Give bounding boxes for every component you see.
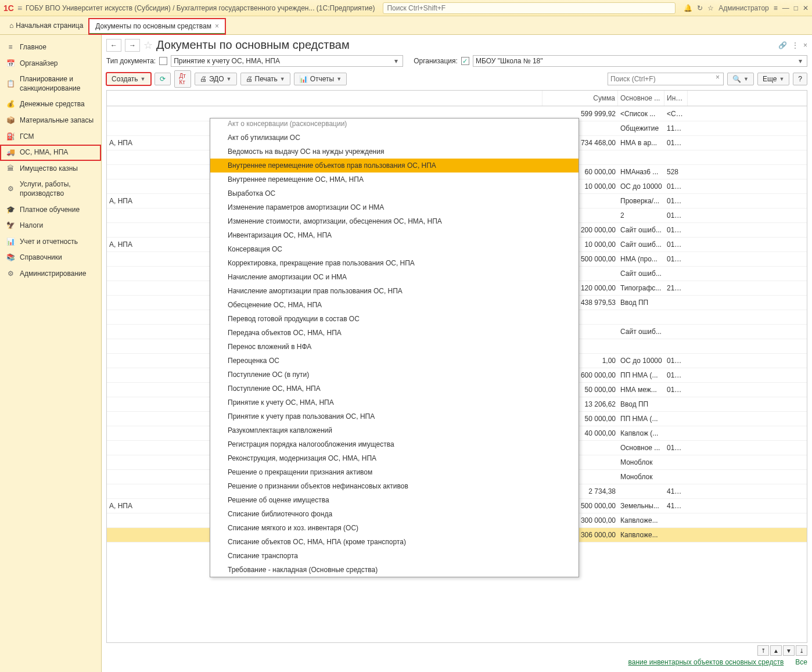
dropdown-item[interactable]: Поступление ОС (в пути)	[210, 368, 579, 382]
dropdown-item[interactable]: Списание библиотечного фонда	[210, 507, 579, 521]
dropdown-item[interactable]: Списание объектов ОС, НМА, НПА (кроме тр…	[210, 535, 579, 549]
dropdown-item[interactable]: Списание транспорта	[210, 549, 579, 563]
page-first-button[interactable]: ⤒	[757, 645, 769, 656]
kebab-icon[interactable]: ⋮	[792, 41, 799, 49]
chevron-down-icon[interactable]: ▾	[796, 57, 804, 65]
dropdown-item[interactable]: Внутреннее перемещение ОС, НМА, НПА	[210, 173, 579, 186]
sidebar-item-12[interactable]: 📚Справочники	[0, 250, 101, 266]
menu-icon[interactable]: ≡	[17, 3, 22, 13]
dropdown-item[interactable]: Перенос вложений в НФА	[210, 340, 579, 354]
sidebar-item-6[interactable]: 🚚ОС, НМА, НПА	[0, 145, 101, 161]
sidebar-item-3[interactable]: 💰Денежные средства	[0, 96, 101, 113]
col-document[interactable]	[107, 91, 542, 106]
cell-inv: 01023	[664, 253, 688, 265]
dropdown-item[interactable]: Передача объектов ОС, НМА, НПА	[210, 326, 579, 340]
favorite-icon[interactable]: ☆	[143, 39, 153, 52]
sidebar-item-1[interactable]: 📅Органайзер	[0, 56, 101, 72]
dropdown-item[interactable]: Принятие к учету ОС, НМА, НПА	[210, 396, 579, 409]
close-icon[interactable]: ✕	[803, 4, 809, 12]
clear-search-icon[interactable]: ×	[712, 73, 723, 85]
tab-close-icon[interactable]: ×	[215, 22, 219, 30]
tab-documents[interactable]: Документы по основным средствам ×	[89, 19, 225, 34]
sidebar-item-8[interactable]: ⚙Услуги, работы, производство	[0, 177, 101, 202]
create-dropdown[interactable]: Акт о консервации (расконсервации)Акт об…	[210, 118, 579, 577]
nav-back-button[interactable]: ←	[106, 39, 121, 52]
col-inv[interactable]: Инвен...	[664, 91, 688, 106]
star-icon[interactable]: ☆	[707, 4, 714, 12]
sidebar-item-11[interactable]: 📊Учет и отчетность	[0, 234, 101, 250]
dropdown-item[interactable]: Акт об утилизации ОС	[210, 131, 579, 145]
search-dropdown-button[interactable]: 🔍 ▼	[727, 73, 754, 85]
dropdown-item[interactable]: Решение об оценке имущества	[210, 493, 579, 507]
dropdown-item[interactable]: Выработка ОС	[210, 186, 579, 200]
minimize-icon[interactable]: —	[782, 4, 789, 12]
dropdown-item[interactable]: Поступление ОС, НМА, НПА	[210, 382, 579, 396]
sidebar-item-2[interactable]: 📋Планирование и санкционирование	[0, 71, 101, 96]
org-combo[interactable]: МБОУ "Школа № 18" ▾	[473, 55, 807, 67]
page-down-button[interactable]: ▼	[783, 645, 795, 656]
sidebar-item-10[interactable]: 🦅Налоги	[0, 218, 101, 234]
doc-type-combo[interactable]: Принятие к учету ОС, НМА, НПА ▾	[171, 55, 403, 67]
dropdown-item[interactable]: Решение о прекращении признания активом	[210, 465, 579, 479]
sidebar-item-4[interactable]: 📦Материальные запасы	[0, 113, 101, 129]
page-last-button[interactable]: ⤓	[796, 645, 807, 656]
dropdown-item[interactable]: Инвентаризация ОС, НМА, НПА	[210, 228, 579, 242]
bell-icon[interactable]: 🔔	[684, 4, 692, 12]
dropdown-item[interactable]: Изменение стоимости, амортизации, обесце…	[210, 214, 579, 228]
cell-os: Ввод ПП	[618, 297, 664, 308]
dropdown-item[interactable]: Корректировка, прекращение прав пользова…	[210, 256, 579, 270]
sidebar-item-9[interactable]: 🎓Платное обучение	[0, 202, 101, 218]
sidebar-item-0[interactable]: ≡Главное	[0, 39, 101, 56]
link-icon[interactable]: 🔗	[778, 41, 787, 49]
dropdown-item[interactable]: Регистрация порядка налогообложения имущ…	[210, 437, 579, 451]
history-icon[interactable]: ↻	[697, 4, 703, 12]
create-button[interactable]: Создать ▼	[106, 73, 151, 85]
dropdown-item[interactable]: Начисление амортизации ОС и НМА	[210, 270, 579, 284]
col-os[interactable]: Основное ...	[618, 91, 664, 106]
dk-button[interactable]: ДтКт	[174, 70, 191, 88]
grid-search[interactable]: ×	[608, 73, 724, 85]
close-page-icon[interactable]: ×	[803, 41, 807, 49]
print-button[interactable]: 🖨 Печать ▼	[240, 73, 290, 85]
sidebar-item-7[interactable]: 🏛Имущество казны	[0, 161, 101, 177]
col-sum[interactable]: Сумма	[542, 91, 618, 106]
dropdown-item[interactable]: Акт о консервации (расконсервации)	[210, 118, 579, 131]
refresh-button[interactable]: ⟳	[155, 73, 171, 85]
footer-all-link[interactable]: Все	[795, 658, 807, 666]
dropdown-item[interactable]: Перевод готовой продукции в состав ОС	[210, 312, 579, 326]
edo-button[interactable]: 🖨 ЭДО ▼	[195, 73, 237, 85]
dropdown-item[interactable]: Изменение параметров амортизации ОС и НМ…	[210, 200, 579, 214]
footer-link[interactable]: вание инвентарных объектов основных сред…	[628, 658, 784, 666]
sidebar-item-13[interactable]: ⚙Администрирование	[0, 266, 101, 282]
settings-icon[interactable]: ≡	[774, 4, 778, 12]
dropdown-item[interactable]: Требование - накладная (Основные средств…	[210, 563, 579, 577]
dropdown-item[interactable]: Внутреннее перемещение объектов прав пол…	[210, 159, 579, 173]
dropdown-item[interactable]: Разукомплектация капвложений	[210, 423, 579, 437]
chevron-down-icon[interactable]: ▾	[392, 57, 400, 65]
page-up-button[interactable]: ▲	[770, 645, 782, 656]
org-checkbox[interactable]	[461, 57, 469, 65]
tab-home[interactable]: ⌂ Начальная страница	[3, 16, 89, 34]
doc-type-checkbox[interactable]	[159, 57, 167, 65]
dropdown-item[interactable]: Реконструкция, модернизация ОС, НМА, НПА	[210, 451, 579, 465]
maximize-icon[interactable]: □	[794, 4, 798, 12]
user-label[interactable]: Администратор	[718, 4, 769, 12]
nav-label: Услуги, работы, производство	[20, 180, 95, 198]
dropdown-item[interactable]: Принятие к учету прав пользования ОС, НП…	[210, 409, 579, 423]
dropdown-item[interactable]: Консервация ОС	[210, 242, 579, 256]
dropdown-item[interactable]: Списание мягкого и хоз. инвентаря (ОС)	[210, 521, 579, 535]
nav-forward-button[interactable]: →	[125, 39, 140, 52]
help-button[interactable]: ?	[793, 73, 807, 85]
dropdown-item[interactable]: Ведомость на выдачу ОС на нужды учрежден…	[210, 145, 579, 159]
dropdown-item[interactable]: Обесценение ОС, НМА, НПА	[210, 298, 579, 312]
grid-search-input[interactable]	[608, 73, 712, 85]
dropdown-item[interactable]: Решение о признании объектов нефинансовы…	[210, 479, 579, 493]
dropdown-item[interactable]: Переоценка ОС	[210, 354, 579, 368]
global-search-input[interactable]	[383, 2, 676, 14]
reports-button[interactable]: 📊 Отчеты ▼	[294, 73, 347, 85]
nav-label: Материальные запасы	[20, 116, 94, 125]
dropdown-item[interactable]: Начисление амортизации прав пользования …	[210, 284, 579, 298]
sidebar-item-5[interactable]: ⛽ГСМ	[0, 129, 101, 145]
global-search[interactable]	[383, 2, 676, 14]
more-button[interactable]: Еще ▼	[757, 73, 789, 85]
